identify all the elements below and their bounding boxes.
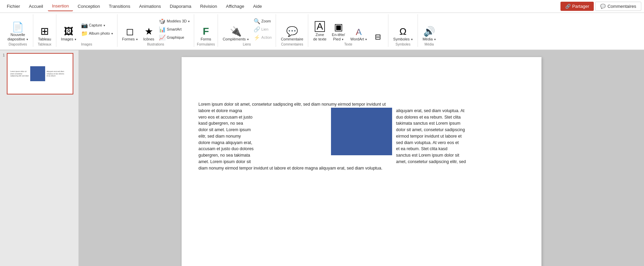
ribbon-group-tableaux: ⊞ Tableau Tableaux bbox=[33, 14, 56, 47]
symboles-group-label: Symboles bbox=[391, 42, 415, 47]
ribbon-group-images: 🖼 Images ▾ 📷 Capture ▾ 📁 Album photo ▾ I… bbox=[56, 14, 117, 47]
graphique-button[interactable]: 📈 Graphique bbox=[158, 34, 185, 41]
comments-button[interactable]: 💬 Commentaires bbox=[595, 2, 641, 11]
texte-extra-icon: ⊟ bbox=[375, 33, 381, 41]
share-button[interactable]: 🔗 Partager bbox=[560, 2, 594, 11]
formulaires-group-label: Formulaires bbox=[197, 42, 215, 47]
ribbon-group-liens: 🔌 Compléments ▾ 🔍 Zoom 🔗 Lien ⚡ Action L… bbox=[218, 14, 276, 47]
menu-fichier[interactable]: Fichier bbox=[3, 2, 24, 11]
group-content: ⊞ Tableau bbox=[36, 14, 53, 42]
main-editor: Lorem ipsum dolor sit amet, consetetur s… bbox=[79, 50, 644, 266]
smartart-icon: 📊 bbox=[159, 26, 166, 33]
liens-small-buttons: 🔍 Zoom 🔗 Lien ⚡ Action bbox=[252, 16, 273, 42]
illustrations-small-buttons: 🎲 Modèles 3D ▾ 📊 SmartArt 📈 Graphique bbox=[158, 16, 191, 42]
images-icon: 🖼 bbox=[64, 27, 73, 36]
menu-accueil[interactable]: Accueil bbox=[25, 2, 47, 11]
menu-revision[interactable]: Révision bbox=[196, 2, 221, 11]
album-photo-button[interactable]: 📁 Album photo ▾ bbox=[80, 30, 114, 37]
slide-canvas[interactable]: Lorem ipsum dolor sit amet, consetetur s… bbox=[182, 57, 541, 266]
smartart-button[interactable]: 📊 SmartArt bbox=[158, 25, 183, 33]
slide-panel: 1 Lorem ipsum dolor sit amet consetetur … bbox=[0, 50, 79, 266]
media-icon: 🔊 bbox=[423, 27, 435, 36]
new-slide-icon: 📄 bbox=[12, 22, 24, 32]
lorem-columns: labore et dolore magnavero eos et accusa… bbox=[199, 108, 525, 165]
forms-icon: F bbox=[203, 26, 209, 36]
complements-icon: 🔌 bbox=[230, 27, 242, 36]
en-tete-pied-button[interactable]: ▣ En-tête/Pied ▾ bbox=[330, 21, 347, 42]
group-content: 💬 Commentaire bbox=[279, 14, 305, 42]
formes-label: Formes ▾ bbox=[122, 37, 138, 41]
group-content: 🖼 Images ▾ 📷 Capture ▾ 📁 Album photo ▾ bbox=[59, 14, 114, 42]
en-tete-pied-label: En-tête/Pied ▾ bbox=[332, 33, 345, 41]
capture-button[interactable]: 📷 Capture ▾ bbox=[80, 21, 107, 29]
modeles-3d-button[interactable]: 🎲 Modèles 3D ▾ bbox=[158, 17, 191, 25]
slide-thumbnail[interactable]: Lorem ipsum dolor sit amet consetetur sa… bbox=[7, 53, 73, 94]
app-body: 1 Lorem ipsum dolor sit amet consetetur … bbox=[0, 50, 644, 266]
action-label: Action bbox=[261, 35, 272, 39]
wordart-button[interactable]: A WordArt ▾ bbox=[348, 26, 369, 42]
smartart-label: SmartArt bbox=[167, 27, 181, 31]
ribbon: 📄 Nouvellediapositive ▾ Diapositives ⊞ T… bbox=[0, 13, 644, 50]
complements-label: Compléments ▾ bbox=[223, 37, 249, 41]
album-photo-label: Album photo ▾ bbox=[89, 31, 113, 35]
capture-label: Capture ▾ bbox=[89, 23, 105, 27]
group-content: A Zonede texte ▣ En-tête/Pied ▾ A WordAr… bbox=[311, 14, 385, 42]
icones-button[interactable]: ★ Icônes bbox=[141, 26, 156, 42]
icones-icon: ★ bbox=[145, 27, 153, 36]
nouvelle-diapositive-button[interactable]: 📄 Nouvellediapositive ▾ bbox=[5, 21, 30, 42]
menu-aide[interactable]: Aide bbox=[249, 2, 266, 11]
ribbon-group-commentaires: 💬 Commentaire Commentaires bbox=[276, 14, 308, 47]
media-button[interactable]: 🔊 Média ▾ bbox=[421, 26, 438, 42]
group-content: Ω Symboles ▾ bbox=[391, 14, 415, 42]
formes-button[interactable]: ◻ Formes ▾ bbox=[120, 26, 140, 42]
thumb-blue-box bbox=[30, 66, 45, 81]
action-button: ⚡ Action bbox=[252, 34, 273, 41]
lorem-text: Lorem ipsum dolor sit amet, consetetur s… bbox=[199, 101, 525, 171]
graphique-icon: 📈 bbox=[159, 34, 166, 41]
wordart-icon: A bbox=[356, 28, 362, 36]
ribbon-group-illustrations: ◻ Formes ▾ ★ Icônes 🎲 Modèles 3D ▾ 📊 Sma… bbox=[117, 14, 195, 47]
lien-icon: 🔗 bbox=[254, 26, 260, 33]
en-tete-pied-icon: ▣ bbox=[334, 22, 343, 32]
lien-button: 🔗 Lien bbox=[252, 25, 270, 33]
slide-number: 1 bbox=[3, 53, 5, 57]
thumb-text-left: Lorem ipsum dolor sit amet consetetur sa… bbox=[10, 70, 29, 77]
menu-diaporama[interactable]: Diaporama bbox=[166, 2, 196, 11]
modeles-3d-label: Modèles 3D ▾ bbox=[167, 19, 190, 23]
images-small-buttons: 📷 Capture ▾ 📁 Album photo ▾ bbox=[80, 16, 114, 42]
symboles-icon: Ω bbox=[400, 27, 407, 36]
commentaire-label: Commentaire bbox=[281, 37, 303, 41]
tableaux-group-label: Tableaux bbox=[36, 42, 53, 47]
commentaire-button[interactable]: 💬 Commentaire bbox=[279, 26, 305, 42]
images-button[interactable]: 🖼 Images ▾ bbox=[59, 26, 78, 42]
zone-texte-icon: A bbox=[315, 21, 325, 32]
slide-content: Lorem ipsum dolor sit amet, consetetur s… bbox=[199, 101, 525, 171]
ribbon-group-diapositives: 📄 Nouvellediapositive ▾ Diapositives bbox=[3, 14, 33, 47]
media-label: Média ▾ bbox=[423, 37, 436, 41]
complements-button[interactable]: 🔌 Compléments ▾ bbox=[221, 26, 251, 42]
menu-transitions[interactable]: Transitions bbox=[105, 2, 134, 11]
zone-texte-label: Zonede texte bbox=[313, 33, 326, 41]
lien-label: Lien bbox=[261, 27, 269, 31]
menu-animations[interactable]: Animations bbox=[135, 2, 165, 11]
zone-texte-button[interactable]: A Zonede texte bbox=[311, 20, 328, 42]
menu-conception[interactable]: Conception bbox=[74, 2, 104, 11]
texte-extra-button[interactable]: ⊟ bbox=[370, 32, 385, 42]
images-label: Images ▾ bbox=[61, 37, 76, 41]
graphique-label: Graphique bbox=[167, 35, 184, 39]
forms-button[interactable]: F Forms bbox=[198, 25, 213, 42]
thumb-text-right: aliquyam erat sed diam voluptua at duo d… bbox=[47, 70, 65, 77]
group-content: 📄 Nouvellediapositive ▾ bbox=[5, 14, 30, 42]
zoom-button[interactable]: 🔍 Zoom bbox=[252, 17, 272, 25]
commentaire-icon: 💬 bbox=[286, 27, 298, 36]
zoom-label: Zoom bbox=[261, 19, 271, 23]
media-group-label: Média bbox=[421, 42, 438, 47]
symboles-button[interactable]: Ω Symboles ▾ bbox=[391, 26, 415, 42]
group-content: ◻ Formes ▾ ★ Icônes 🎲 Modèles 3D ▾ 📊 Sma… bbox=[120, 14, 191, 42]
menu-affichage[interactable]: Affichage bbox=[222, 2, 248, 11]
lorem-left: labore et dolore magnavero eos et accusa… bbox=[199, 108, 329, 165]
menu-insertion[interactable]: Insertion bbox=[48, 1, 73, 11]
album-photo-icon: 📁 bbox=[81, 30, 88, 37]
tableau-button[interactable]: ⊞ Tableau bbox=[36, 25, 53, 42]
illustrations-group-label: Illustrations bbox=[120, 42, 191, 47]
